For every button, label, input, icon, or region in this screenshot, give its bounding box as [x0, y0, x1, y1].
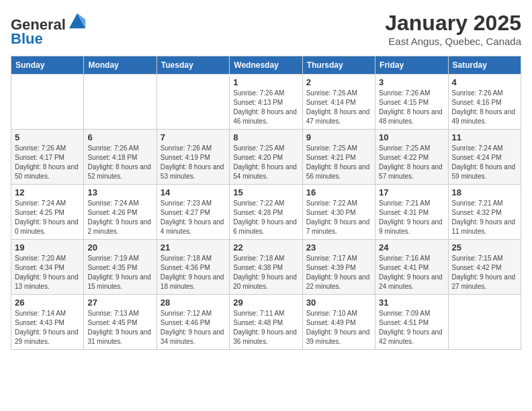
day-detail: Sunrise: 7:26 AM Sunset: 4:18 PM Dayligh…: [87, 144, 152, 181]
calendar-cell: 25Sunrise: 7:15 AM Sunset: 4:42 PM Dayli…: [448, 240, 521, 295]
day-detail: Sunrise: 7:24 AM Sunset: 4:24 PM Dayligh…: [452, 144, 517, 181]
calendar-cell: 8Sunrise: 7:25 AM Sunset: 4:20 PM Daylig…: [230, 130, 302, 185]
day-detail: Sunrise: 7:26 AM Sunset: 4:17 PM Dayligh…: [15, 144, 80, 181]
day-detail: Sunrise: 7:26 AM Sunset: 4:13 PM Dayligh…: [233, 89, 298, 126]
day-number: 12: [15, 187, 80, 197]
calendar-cell: 6Sunrise: 7:26 AM Sunset: 4:18 PM Daylig…: [84, 130, 157, 185]
calendar-cell: 22Sunrise: 7:18 AM Sunset: 4:38 PM Dayli…: [230, 240, 302, 295]
day-number: 7: [161, 132, 226, 142]
calendar-cell: 10Sunrise: 7:25 AM Sunset: 4:22 PM Dayli…: [375, 130, 448, 185]
day-detail: Sunrise: 7:18 AM Sunset: 4:36 PM Dayligh…: [161, 254, 226, 291]
day-detail: Sunrise: 7:17 AM Sunset: 4:39 PM Dayligh…: [306, 254, 371, 291]
day-number: 9: [306, 132, 371, 142]
day-number: 1: [233, 77, 298, 87]
calendar-cell: [157, 75, 229, 130]
day-number: 13: [87, 187, 152, 197]
logo: General Blue: [11, 11, 87, 48]
day-number: 24: [379, 242, 444, 253]
calendar-cell: 1Sunrise: 7:26 AM Sunset: 4:13 PM Daylig…: [230, 75, 302, 130]
day-detail: Sunrise: 7:25 AM Sunset: 4:20 PM Dayligh…: [233, 144, 298, 181]
calendar-cell: [11, 75, 84, 130]
calendar-cell: 14Sunrise: 7:23 AM Sunset: 4:27 PM Dayli…: [157, 185, 229, 240]
calendar-cell: 26Sunrise: 7:14 AM Sunset: 4:43 PM Dayli…: [11, 295, 84, 350]
weekday-header: Monday: [84, 56, 157, 75]
calendar-cell: 31Sunrise: 7:09 AM Sunset: 4:51 PM Dayli…: [375, 295, 448, 350]
weekday-header-row: SundayMondayTuesdayWednesdayThursdayFrid…: [11, 56, 521, 75]
day-number: 25: [452, 242, 517, 253]
calendar-cell: 24Sunrise: 7:16 AM Sunset: 4:41 PM Dayli…: [375, 240, 448, 295]
day-detail: Sunrise: 7:21 AM Sunset: 4:31 PM Dayligh…: [379, 199, 444, 236]
day-number: 30: [306, 298, 371, 308]
calendar-cell: 23Sunrise: 7:17 AM Sunset: 4:39 PM Dayli…: [302, 240, 375, 295]
day-detail: Sunrise: 7:18 AM Sunset: 4:38 PM Dayligh…: [233, 254, 298, 291]
calendar-cell: 11Sunrise: 7:24 AM Sunset: 4:24 PM Dayli…: [448, 130, 521, 185]
weekday-header: Wednesday: [230, 56, 302, 75]
day-number: 28: [161, 298, 226, 308]
day-detail: Sunrise: 7:16 AM Sunset: 4:41 PM Dayligh…: [379, 254, 444, 291]
calendar-cell: 9Sunrise: 7:25 AM Sunset: 4:21 PM Daylig…: [302, 130, 375, 185]
calendar-cell: 29Sunrise: 7:11 AM Sunset: 4:48 PM Dayli…: [230, 295, 302, 350]
day-number: 11: [452, 132, 517, 142]
day-number: 3: [379, 77, 444, 87]
weekday-header: Friday: [375, 56, 448, 75]
weekday-header: Saturday: [448, 56, 521, 75]
calendar-week-row: 26Sunrise: 7:14 AM Sunset: 4:43 PM Dayli…: [11, 295, 521, 350]
day-detail: Sunrise: 7:26 AM Sunset: 4:16 PM Dayligh…: [452, 89, 517, 126]
calendar-cell: 18Sunrise: 7:21 AM Sunset: 4:32 PM Dayli…: [448, 185, 521, 240]
calendar-table: SundayMondayTuesdayWednesdayThursdayFrid…: [11, 56, 521, 350]
day-detail: Sunrise: 7:10 AM Sunset: 4:49 PM Dayligh…: [306, 309, 371, 347]
day-number: 23: [306, 242, 371, 253]
calendar-week-row: 1Sunrise: 7:26 AM Sunset: 4:13 PM Daylig…: [11, 75, 521, 130]
day-number: 26: [15, 298, 80, 308]
day-detail: Sunrise: 7:22 AM Sunset: 4:28 PM Dayligh…: [233, 199, 298, 236]
day-number: 21: [161, 242, 226, 253]
calendar-cell: 28Sunrise: 7:12 AM Sunset: 4:46 PM Dayli…: [157, 295, 229, 350]
calendar-cell: 19Sunrise: 7:20 AM Sunset: 4:34 PM Dayli…: [11, 240, 84, 295]
calendar-cell: [448, 295, 521, 350]
day-detail: Sunrise: 7:11 AM Sunset: 4:48 PM Dayligh…: [233, 309, 298, 347]
day-number: 10: [379, 132, 444, 142]
page-title: January 2025: [385, 11, 521, 36]
day-number: 31: [379, 298, 444, 308]
day-number: 4: [452, 77, 517, 87]
day-number: 2: [306, 77, 371, 87]
day-detail: Sunrise: 7:26 AM Sunset: 4:15 PM Dayligh…: [379, 89, 444, 126]
day-number: 16: [306, 187, 371, 197]
day-detail: Sunrise: 7:09 AM Sunset: 4:51 PM Dayligh…: [379, 309, 444, 347]
day-detail: Sunrise: 7:14 AM Sunset: 4:43 PM Dayligh…: [15, 309, 80, 347]
day-number: 29: [233, 298, 298, 308]
day-number: 6: [87, 132, 152, 142]
day-detail: Sunrise: 7:24 AM Sunset: 4:26 PM Dayligh…: [87, 199, 152, 236]
day-number: 8: [233, 132, 298, 142]
calendar-cell: 15Sunrise: 7:22 AM Sunset: 4:28 PM Dayli…: [230, 185, 302, 240]
day-number: 5: [15, 132, 80, 142]
day-detail: Sunrise: 7:23 AM Sunset: 4:27 PM Dayligh…: [161, 199, 226, 236]
day-detail: Sunrise: 7:13 AM Sunset: 4:45 PM Dayligh…: [87, 309, 152, 347]
calendar-cell: 13Sunrise: 7:24 AM Sunset: 4:26 PM Dayli…: [84, 185, 157, 240]
day-number: 14: [161, 187, 226, 197]
calendar-cell: 27Sunrise: 7:13 AM Sunset: 4:45 PM Dayli…: [84, 295, 157, 350]
day-number: 18: [452, 187, 517, 197]
calendar-cell: 12Sunrise: 7:24 AM Sunset: 4:25 PM Dayli…: [11, 185, 84, 240]
day-number: 19: [15, 242, 80, 253]
weekday-header: Tuesday: [157, 56, 229, 75]
calendar-cell: [84, 75, 157, 130]
calendar-cell: 7Sunrise: 7:26 AM Sunset: 4:19 PM Daylig…: [157, 130, 229, 185]
day-number: 22: [233, 242, 298, 253]
day-detail: Sunrise: 7:15 AM Sunset: 4:42 PM Dayligh…: [452, 254, 517, 291]
day-detail: Sunrise: 7:26 AM Sunset: 4:14 PM Dayligh…: [306, 89, 371, 126]
calendar-cell: 21Sunrise: 7:18 AM Sunset: 4:36 PM Dayli…: [157, 240, 229, 295]
calendar-cell: 5Sunrise: 7:26 AM Sunset: 4:17 PM Daylig…: [11, 130, 84, 185]
page-header: General Blue January 2025 East Angus, Qu…: [11, 11, 521, 48]
day-detail: Sunrise: 7:19 AM Sunset: 4:35 PM Dayligh…: [87, 254, 152, 291]
day-detail: Sunrise: 7:25 AM Sunset: 4:22 PM Dayligh…: [379, 144, 444, 181]
weekday-header: Thursday: [302, 56, 375, 75]
calendar-cell: 17Sunrise: 7:21 AM Sunset: 4:31 PM Dayli…: [375, 185, 448, 240]
day-detail: Sunrise: 7:25 AM Sunset: 4:21 PM Dayligh…: [306, 144, 371, 181]
day-detail: Sunrise: 7:26 AM Sunset: 4:19 PM Dayligh…: [161, 144, 226, 181]
calendar-cell: 2Sunrise: 7:26 AM Sunset: 4:14 PM Daylig…: [302, 75, 375, 130]
day-detail: Sunrise: 7:12 AM Sunset: 4:46 PM Dayligh…: [161, 309, 226, 347]
logo-icon: [68, 11, 87, 30]
title-block: January 2025 East Angus, Quebec, Canada: [385, 11, 521, 47]
calendar-cell: 4Sunrise: 7:26 AM Sunset: 4:16 PM Daylig…: [448, 75, 521, 130]
